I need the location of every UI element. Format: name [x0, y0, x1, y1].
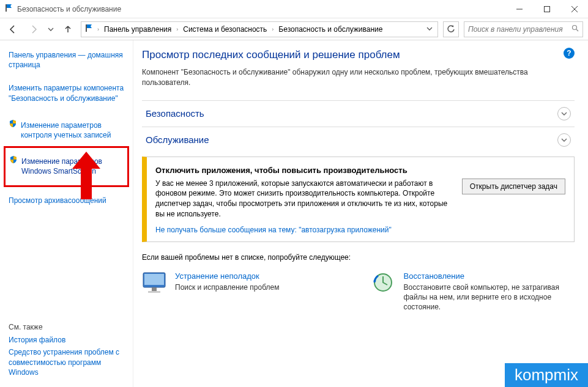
back-button[interactable]: [5, 21, 21, 37]
chevron-down-icon[interactable]: [47, 21, 55, 37]
sidebar-home[interactable]: Панель управления — домашняя страница: [9, 50, 127, 70]
search-box[interactable]: [464, 21, 583, 37]
close-button[interactable]: [560, 0, 588, 18]
see-also-label: См. также: [9, 323, 127, 331]
maximize-button[interactable]: [533, 0, 560, 18]
chevron-right-icon: ›: [270, 26, 275, 32]
sidebar: Панель управления — домашняя страница Из…: [0, 40, 133, 387]
expand-button[interactable]: [557, 107, 571, 120]
help-icon[interactable]: ?: [564, 48, 575, 59]
open-task-manager-button[interactable]: Открыть диспетчер задач: [462, 179, 565, 194]
sidebar-item-smartscreen[interactable]: Изменение параметров Windows SmartScreen: [9, 154, 124, 179]
svg-rect-9: [144, 274, 164, 285]
breadcrumb-item[interactable]: Система и безопасность: [179, 22, 270, 37]
sidebar-item-uac[interactable]: Изменение параметров контроля учетных за…: [9, 118, 127, 142]
forward-button[interactable]: [26, 21, 42, 37]
main-content: ? Просмотр последних сообщений и решение…: [133, 40, 588, 387]
monitor-icon: [142, 271, 168, 293]
page-title: Просмотр последних сообщений и решение п…: [142, 49, 575, 61]
tile-title: Восстановление: [404, 271, 575, 281]
chevron-right-icon: ›: [175, 26, 179, 32]
section-label: Обслуживание: [146, 135, 209, 145]
chevron-right-icon: ›: [96, 26, 100, 32]
shield-icon: [9, 119, 17, 130]
window-controls: [505, 0, 588, 18]
svg-line-7: [576, 29, 578, 31]
refresh-button[interactable]: [443, 21, 459, 37]
flag-icon: [5, 4, 13, 14]
alert-box: Отключить приложения, чтобы повысить про…: [142, 157, 575, 242]
expand-button[interactable]: [557, 133, 571, 147]
alert-dismiss-link[interactable]: Не получать больше сообщения на тему: "а…: [155, 226, 565, 234]
sidebar-change-settings[interactable]: Изменить параметры компонента "Безопасно…: [9, 83, 127, 103]
alert-title: Отключить приложения, чтобы повысить про…: [155, 166, 565, 175]
security-section[interactable]: Безопасность: [142, 100, 575, 127]
toolbar: › Панель управления › Система и безопасн…: [0, 18, 588, 40]
red-arrow-annotation: [71, 152, 102, 202]
clock-restore-icon: [371, 271, 396, 293]
svg-rect-11: [148, 291, 160, 293]
recovery-tile[interactable]: Восстановление Восстановите свой компьют…: [371, 271, 575, 312]
svg-rect-0: [6, 4, 7, 12]
svg-rect-5: [86, 24, 87, 32]
up-button[interactable]: [60, 21, 76, 37]
window-title: Безопасность и обслуживание: [17, 5, 121, 13]
breadcrumb[interactable]: › Панель управления › Система и безопасн…: [81, 21, 438, 37]
breadcrumb-item[interactable]: Панель управления: [100, 22, 175, 37]
sidebar-archive[interactable]: Просмотр архивасообщений: [9, 196, 127, 205]
shield-icon: [9, 155, 18, 166]
sidebar-compat[interactable]: Средство устранения проблем с совместимо…: [9, 347, 127, 377]
flag-icon: [85, 24, 94, 34]
breadcrumb-dropdown[interactable]: [423, 25, 436, 34]
maintenance-section[interactable]: Обслуживание: [142, 127, 575, 153]
other-problems-text: Если вашей проблемы нет в списке, попроб…: [142, 253, 575, 262]
svg-point-6: [573, 26, 577, 30]
sidebar-file-history[interactable]: История файлов: [9, 335, 127, 345]
title-bar: Безопасность и обслуживание: [0, 0, 588, 18]
sidebar-item-label: Изменение параметров контроля учетных за…: [21, 120, 127, 140]
tile-title: Устранение неполадок: [175, 271, 279, 281]
search-icon: [571, 24, 579, 34]
page-subtext: Компонент "Безопасность и обслуживание" …: [142, 67, 575, 88]
svg-rect-10: [152, 287, 157, 291]
alert-text: У вас не менее 3 приложений, которые зап…: [155, 179, 452, 219]
tile-desc: Поиск и исправление проблем: [175, 282, 279, 292]
section-label: Безопасность: [146, 108, 204, 119]
svg-rect-2: [544, 6, 549, 12]
search-input[interactable]: [468, 25, 569, 34]
minimize-button[interactable]: [505, 0, 533, 18]
breadcrumb-item[interactable]: Безопасность и обслуживание: [275, 22, 386, 37]
watermark: kompmix: [505, 363, 588, 387]
tile-desc: Восстановите свой компьютер, не затрагив…: [404, 282, 575, 312]
troubleshoot-tile[interactable]: Устранение неполадок Поиск и исправление…: [142, 271, 346, 293]
highlight-box: Изменение параметров Windows SmartScreen: [4, 146, 129, 186]
